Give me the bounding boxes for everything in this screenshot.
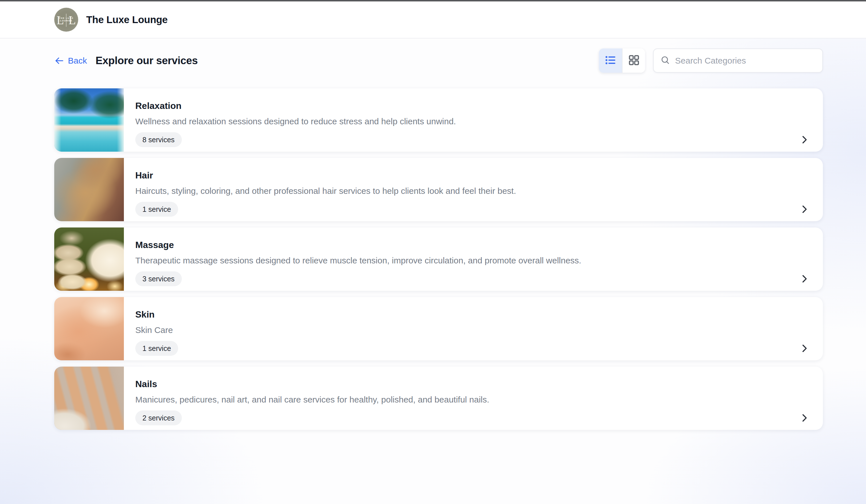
category-description: Haircuts, styling, coloring, and other p… bbox=[135, 186, 810, 196]
category-description: Manicures, pedicures, nail art, and nail… bbox=[135, 394, 810, 405]
category-card-nails[interactable]: Nails Manicures, pedicures, nail art, an… bbox=[54, 367, 823, 430]
card-content: Nails Manicures, pedicures, nail art, an… bbox=[124, 367, 823, 430]
back-label: Back bbox=[68, 56, 87, 66]
nails-thumbnail bbox=[54, 367, 124, 430]
services-count-badge: 8 services bbox=[135, 132, 182, 147]
chevron-right-icon bbox=[799, 343, 810, 354]
search-icon bbox=[660, 55, 670, 66]
badge-row: 1 service bbox=[135, 202, 810, 217]
massage-thumbnail bbox=[54, 228, 124, 291]
badge-row: 1 service bbox=[135, 341, 810, 356]
main-content: Back Explore our services bbox=[0, 48, 866, 430]
search-input[interactable] bbox=[675, 56, 815, 66]
chevron-right-icon bbox=[799, 273, 810, 284]
category-description: Therapeutic massage sessions designed to… bbox=[135, 255, 810, 266]
card-content: Massage Therapeutic massage sessions des… bbox=[124, 228, 823, 291]
list-view-icon bbox=[604, 54, 617, 67]
search-box bbox=[653, 48, 823, 73]
view-toggle bbox=[599, 48, 645, 73]
chevron-right-icon bbox=[799, 204, 810, 215]
grid-view-icon bbox=[628, 54, 640, 67]
badge-row: 2 services bbox=[135, 411, 810, 425]
list-view-button[interactable] bbox=[599, 48, 622, 73]
category-title: Nails bbox=[135, 379, 810, 389]
card-content: Skin Skin Care 1 service bbox=[124, 297, 823, 360]
category-title: Skin bbox=[135, 309, 810, 320]
card-content: Hair Haircuts, styling, coloring, and ot… bbox=[124, 158, 823, 221]
badge-row: 3 services bbox=[135, 271, 810, 286]
services-count-badge: 1 service bbox=[135, 202, 178, 217]
category-list: Relaxation Wellness and relaxation sessi… bbox=[54, 88, 823, 430]
services-count-badge: 1 service bbox=[135, 341, 178, 356]
hair-thumbnail bbox=[54, 158, 124, 221]
category-title: Relaxation bbox=[135, 100, 810, 111]
services-count-badge: 2 services bbox=[135, 411, 182, 425]
relaxation-thumbnail bbox=[54, 88, 124, 152]
grid-view-button[interactable] bbox=[622, 48, 645, 73]
page-title: Explore our services bbox=[96, 55, 198, 67]
logo-subtext: THE LUXE LOUNGE bbox=[54, 17, 78, 22]
skin-thumbnail bbox=[54, 297, 124, 360]
category-card-massage[interactable]: Massage Therapeutic massage sessions des… bbox=[54, 228, 823, 291]
category-card-relaxation[interactable]: Relaxation Wellness and relaxation sessi… bbox=[54, 88, 823, 152]
category-card-skin[interactable]: Skin Skin Care 1 service bbox=[54, 297, 823, 360]
badge-row: 8 services bbox=[135, 132, 810, 147]
brand-title: The Luxe Lounge bbox=[86, 14, 168, 25]
back-arrow-icon bbox=[54, 56, 65, 66]
category-card-hair[interactable]: Hair Haircuts, styling, coloring, and ot… bbox=[54, 158, 823, 221]
chevron-right-icon bbox=[799, 412, 810, 423]
card-content: Relaxation Wellness and relaxation sessi… bbox=[124, 88, 823, 152]
chevron-right-icon bbox=[799, 134, 810, 145]
category-description: Skin Care bbox=[135, 325, 810, 335]
brand-logo: L L THE LUXE LOUNGE bbox=[54, 8, 78, 32]
toolbar-row: Back Explore our services bbox=[54, 48, 823, 73]
category-title: Massage bbox=[135, 239, 810, 250]
back-link[interactable]: Back bbox=[54, 56, 87, 66]
app-header: L L THE LUXE LOUNGE The Luxe Lounge bbox=[0, 1, 866, 38]
category-title: Hair bbox=[135, 170, 810, 181]
toolbar-right bbox=[599, 48, 823, 73]
services-count-badge: 3 services bbox=[135, 271, 182, 286]
category-description: Wellness and relaxation sessions designe… bbox=[135, 116, 810, 127]
